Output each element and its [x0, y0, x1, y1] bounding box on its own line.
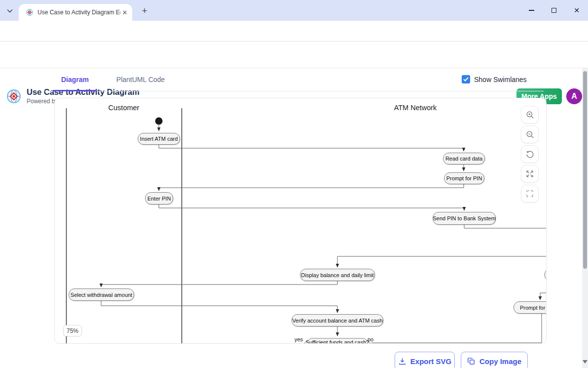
tab-plantuml-code[interactable]: PlantUML Code — [116, 68, 165, 91]
user-avatar[interactable]: A — [566, 88, 582, 104]
reset-view-button[interactable] — [521, 145, 539, 163]
activity-node-enter-pin: Enter PIN — [145, 192, 173, 204]
zoom-out-button[interactable] — [521, 125, 539, 143]
browser-window: Use Case to Activity Diagram Ed ✕ + ✕ ai… — [0, 0, 588, 368]
tab-close-icon[interactable]: ✕ — [120, 8, 129, 17]
show-swimlanes-label: Show Swimlanes — [474, 76, 527, 83]
zoom-out-icon — [525, 130, 535, 139]
tab-plantuml-label: PlantUML Code — [116, 76, 165, 83]
copy-image-button[interactable]: Copy Image — [461, 352, 528, 368]
swimlane-title-customer: Customer — [84, 104, 163, 112]
fullscreen-button[interactable] — [521, 185, 539, 203]
swimlane-title-atm-network: ATM Network — [376, 104, 455, 112]
minimize-button[interactable] — [520, 0, 543, 21]
view-tabs: Diagram PlantUML Code Show Swimlanes — [44, 68, 544, 91]
decision-yes-label: yes — [294, 336, 303, 342]
close-icon: ✕ — [574, 7, 580, 14]
tab-title: Use Case to Activity Diagram Ed — [37, 9, 120, 16]
export-svg-button[interactable]: Export SVG — [395, 352, 455, 368]
maximize-button[interactable] — [543, 0, 565, 21]
active-tab-underline — [53, 90, 97, 91]
scrollbar-thumb[interactable] — [583, 71, 587, 269]
expand-arrows-icon — [525, 169, 534, 178]
fullscreen-brackets-icon — [525, 189, 534, 198]
window-controls: ✕ — [520, 0, 588, 21]
browser-toolbar: ai-toolbox.visual-paradigm.com/app/use-c… — [0, 21, 588, 41]
tab-strip: Use Case to Activity Diagram Ed ✕ + ✕ — [0, 0, 588, 21]
powered-by-prefix: Powered by — [27, 98, 58, 105]
check-icon — [463, 77, 469, 82]
visual-paradigm-logo-icon — [6, 88, 22, 104]
minimize-icon — [529, 10, 534, 11]
show-swimlanes-checkbox[interactable] — [462, 75, 470, 83]
new-tab-button[interactable]: + — [139, 5, 150, 16]
expand-button[interactable] — [521, 165, 539, 183]
activity-node-prompt-clipped: Prompt for PI — [514, 301, 547, 314]
zoom-level-badge: 75% — [63, 325, 82, 336]
app-header: Use Case to Activity Diagram Powered by … — [0, 41, 588, 68]
tab-diagram[interactable]: Diagram — [53, 68, 97, 91]
activity-node-select-withdrawal: Select withdrawal amount — [69, 288, 134, 301]
activity-node-insert-atm-card: Insert ATM card — [138, 133, 180, 145]
zoom-in-button[interactable] — [521, 106, 539, 123]
activity-node-send-pin-to-bank: Send PIN to Bank System — [433, 212, 496, 225]
maximize-icon — [551, 8, 556, 13]
activity-node-prompt-for-pin: Prompt for PIN — [444, 172, 484, 184]
copy-icon — [467, 357, 476, 366]
browser-tab[interactable]: Use Case to Activity Diagram Ed ✕ — [19, 4, 132, 21]
export-svg-label: Export SVG — [410, 357, 451, 366]
tab-search-button[interactable] — [4, 5, 16, 17]
activity-node-verify-balance: Verify account balance and ATM cash — [292, 314, 383, 327]
chevron-down-icon — [7, 9, 13, 13]
visual-paradigm-favicon-icon — [26, 8, 34, 16]
close-button[interactable]: ✕ — [565, 0, 588, 21]
activity-node-display-balance: Display balance and daily limit — [300, 269, 375, 281]
diagram-canvas[interactable]: Customer ATM Network Insert ATM card Rea… — [54, 98, 547, 344]
reset-rotate-icon — [525, 150, 535, 159]
zoom-in-icon — [525, 110, 535, 120]
tab-diagram-label: Diagram — [61, 76, 89, 83]
decision-label: Sufficient funds and cash? — [303, 339, 372, 344]
copy-image-label: Copy Image — [479, 357, 521, 366]
activity-node-read-card-data: Read card data — [443, 153, 485, 164]
scrollbar-down-arrow-icon[interactable] — [583, 360, 588, 364]
decision-no-label: no — [368, 336, 373, 342]
download-icon — [398, 357, 406, 366]
show-swimlanes-control[interactable]: Show Swimlanes — [462, 75, 527, 83]
